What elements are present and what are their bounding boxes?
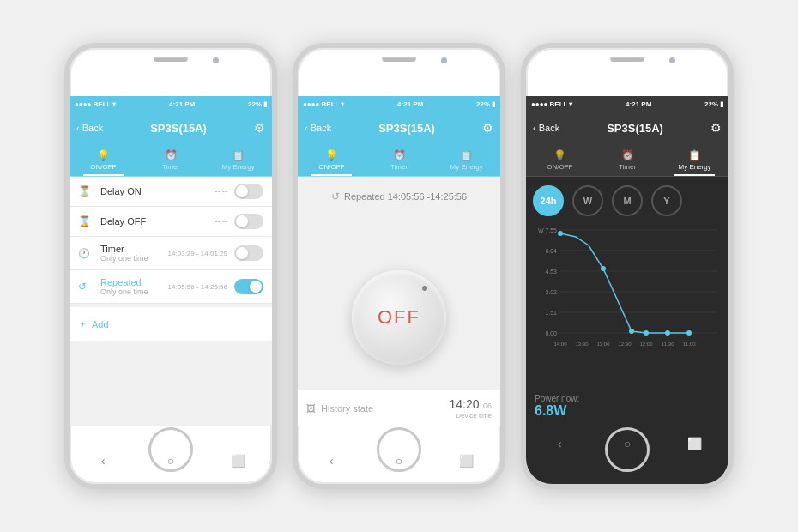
back-button-1[interactable]: ‹ Back <box>76 123 103 133</box>
phone-camera <box>213 57 219 63</box>
tab-label-timer-1: Timer <box>162 163 179 171</box>
delay-off-toggle[interactable] <box>234 214 263 229</box>
tab-icon-timer-3: ⏰ <box>621 149 634 161</box>
status-left-1: ●●●● BELL ▾ <box>75 100 116 108</box>
battery-2: 22% <box>476 100 490 108</box>
recent-nav-3[interactable]: ⬜ <box>686 434 704 453</box>
status-left-3: ●●●● BELL ▾ <box>531 100 572 108</box>
delay-off-name: Delay OFF <box>100 216 215 227</box>
svg-text:6.04: 6.04 <box>545 248 557 254</box>
recent-nav-icon-2: ⬜ <box>459 454 474 468</box>
home-nav-1[interactable]: ○ <box>161 451 180 470</box>
nav-bar-3: ‹ ○ ⬜ <box>526 426 728 484</box>
svg-text:11:30: 11:30 <box>661 342 674 347</box>
device-time-suffix: 06 <box>483 402 492 410</box>
gear-icon-2[interactable]: ⚙ <box>482 121 493 135</box>
wifi-1: ▾ <box>112 100 116 108</box>
screen-energy: ●●●● BELL ▾ 4:21 PM 22% ▮ ‹ Back SP3S(15… <box>526 96 728 426</box>
tab-energy-3[interactable]: 📋 My Energy <box>661 144 728 176</box>
repeated-label: Repeated 14:05:56 -14:25:56 <box>344 191 467 202</box>
recent-nav-2[interactable]: ⬜ <box>457 451 476 470</box>
gear-icon-1[interactable]: ⚙ <box>254 121 265 135</box>
back-nav-3[interactable]: ‹ <box>550 434 569 453</box>
svg-text:12:30: 12:30 <box>618 342 632 347</box>
tab-icon-timer-2: ⏰ <box>393 149 406 161</box>
device-time-display: 14:20 06 <box>449 396 492 412</box>
tab-onoff-1[interactable]: 💡 ON/OFF <box>70 144 137 176</box>
back-button-3[interactable]: ‹ Back <box>533 123 559 133</box>
timer-toggle[interactable] <box>234 245 263 261</box>
back-button-2[interactable]: ‹ Back <box>305 123 331 133</box>
gear-icon-3[interactable]: ⚙ <box>710 121 722 135</box>
tab-timer-1[interactable]: ⏰ Timer <box>137 144 205 176</box>
header-title-1: SP3S(15A) <box>150 122 207 135</box>
nav-bar-1: ‹ ○ ⬜ <box>70 448 272 474</box>
svg-text:11:00: 11:00 <box>682 342 696 347</box>
add-label: Add <box>92 319 109 329</box>
period-tab-m[interactable]: M <box>612 185 643 216</box>
home-nav-3[interactable]: ○ <box>618 434 637 453</box>
status-left-2: ●●●● BELL ▾ <box>303 100 344 108</box>
back-label-1: Back <box>82 123 103 133</box>
energy-chart: 7.55 6.04 4.53 3.02 1.51 0.00 14:00 13:3… <box>533 221 722 359</box>
tab-label-onoff-3: ON/OFF <box>547 163 572 171</box>
tab-onoff-3[interactable]: 💡 ON/OFF <box>526 144 594 176</box>
svg-text:13:30: 13:30 <box>575 342 589 347</box>
home-nav-icon-1: ○ <box>167 454 174 468</box>
back-nav-1[interactable]: ‹ <box>94 451 112 470</box>
switch-state-label: OFF <box>378 306 420 329</box>
timer-row-repeated: ↺ Repeated Only one time 14:05:56 - 14:2… <box>70 270 272 304</box>
screen-switch: ●●●● BELL ▾ 4:21 PM 22% ▮ ‹ Back SP3S(15… <box>298 96 500 426</box>
history-left[interactable]: 🖼 History state <box>306 403 373 414</box>
period-y-label: Y <box>663 196 669 206</box>
tab-bar-3: 💡 ON/OFF ⏰ Timer 📋 My Energy <box>526 144 728 177</box>
repeated-sub: Only one time <box>100 287 168 296</box>
recent-nav-1[interactable]: ⬜ <box>229 451 248 470</box>
carrier-2: ●●●● BELL <box>303 100 339 108</box>
content-timer: ⏳ Delay ON --:-- ⌛ Delay OFF --:-- <box>70 177 272 426</box>
timer-sub: Only one time <box>100 254 168 263</box>
status-right-2: 22% ▮ <box>476 100 495 108</box>
delay-off-value: --:-- <box>215 217 228 226</box>
tab-onoff-2[interactable]: 💡 ON/OFF <box>298 144 366 176</box>
status-right-3: 22% ▮ <box>704 100 723 108</box>
tab-timer-2[interactable]: ⏰ Timer <box>366 144 433 176</box>
recent-nav-icon-1: ⬜ <box>231 454 245 468</box>
tab-label-onoff-1: ON/OFF <box>90 163 116 171</box>
period-tab-y[interactable]: Y <box>651 185 682 216</box>
svg-text:1.51: 1.51 <box>545 310 557 316</box>
battery-icon-3: ▮ <box>720 100 723 108</box>
delay-on-toggle[interactable] <box>234 184 263 199</box>
tab-energy-1[interactable]: 📋 My Energy <box>204 144 272 176</box>
back-label-3: Back <box>539 123 559 133</box>
chart-dot-1 <box>558 231 563 236</box>
status-bar-2: ●●●● BELL ▾ 4:21 PM 22% ▮ <box>298 96 500 112</box>
timer-name: Timer <box>100 244 168 254</box>
header-title-2: SP3S(15A) <box>378 122 435 135</box>
delay-on-icon: ⏳ <box>78 185 95 197</box>
back-nav-icon-1: ‹ <box>101 454 106 468</box>
add-button[interactable]: ＋ Add <box>70 307 272 341</box>
period-m-label: M <box>623 196 631 206</box>
repeated-toggle[interactable] <box>234 279 263 294</box>
power-switch-button[interactable]: OFF <box>352 270 446 365</box>
delay-on-name: Delay ON <box>100 186 215 196</box>
wifi-2: ▾ <box>341 100 344 108</box>
delay-off-icon: ⌛ <box>78 215 95 227</box>
tab-bar-2: 💡 ON/OFF ⏰ Timer 📋 My Energy <box>298 144 500 177</box>
period-w-label: W <box>583 196 592 206</box>
back-nav-2[interactable]: ‹ <box>322 451 341 470</box>
history-bar: 🖼 History state 14:20 06 Device time <box>298 390 500 426</box>
tab-energy-2[interactable]: 📋 My Energy <box>432 144 500 176</box>
svg-text:13:00: 13:00 <box>596 342 610 347</box>
period-tab-w[interactable]: W <box>572 185 603 216</box>
timer-row-delay-off: ⌛ Delay OFF --:-- <box>70 207 272 237</box>
timer-info: Timer Only one time <box>100 244 168 263</box>
phone-switch: ●●●● BELL ▾ 4:21 PM 22% ▮ ‹ Back SP3S(15… <box>293 43 505 489</box>
home-nav-2[interactable]: ○ <box>390 451 408 470</box>
period-tab-24h[interactable]: 24h <box>533 185 564 216</box>
tab-timer-3[interactable]: ⏰ Timer <box>594 144 662 176</box>
time-2: 4:21 PM <box>397 100 423 108</box>
timer-row-timer: 🕐 Timer Only one time 14:03:29 - 14:01:2… <box>70 237 272 270</box>
power-now-value: 6.8W <box>535 403 720 419</box>
